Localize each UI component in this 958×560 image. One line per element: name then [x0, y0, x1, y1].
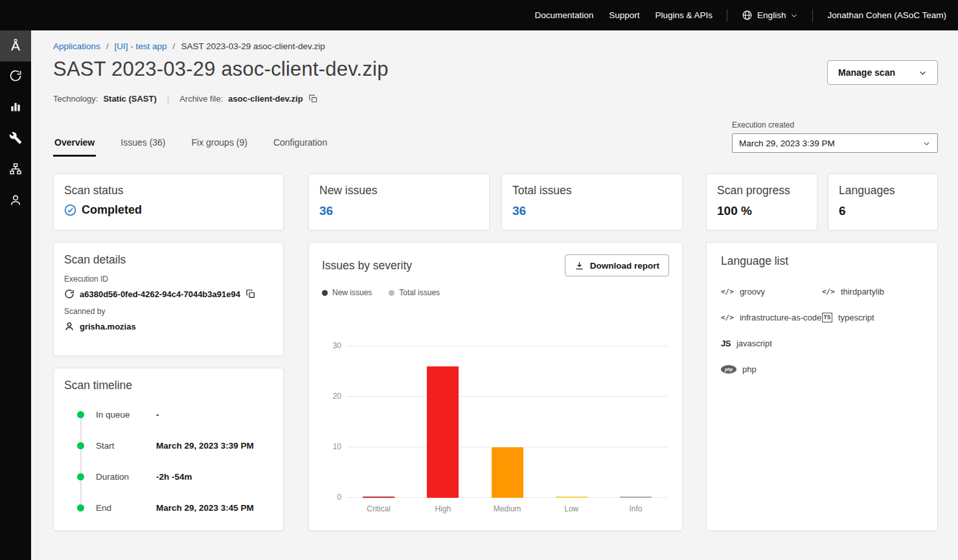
language-item-infrastructure-as-code: </> infrastructure-as-code: [721, 304, 822, 330]
bar-high[interactable]: [427, 366, 459, 498]
language-label: infrastructure-as-code: [740, 313, 821, 322]
code-icon: </>: [822, 287, 835, 296]
total-issues-card: Total issues 36: [501, 174, 683, 230]
tab-label: Overview: [54, 137, 95, 148]
execution-created-value: March 29, 2023 3:39 PM: [739, 139, 835, 148]
wrench-icon: [9, 131, 22, 147]
scan-progress-value: 100 %: [717, 204, 806, 218]
timeline-value: -: [156, 410, 159, 420]
y-axis-tick-label: 0: [323, 493, 341, 502]
scan-details-card: Scan details Execution ID a6380d56-0fed-…: [53, 242, 284, 356]
bar-low[interactable]: [556, 497, 587, 498]
timeline-label: In queue: [96, 410, 156, 420]
sidebar-item-applications[interactable]: Å: [0, 30, 31, 62]
tab-fix-groups[interactable]: Fix groups (9): [190, 131, 249, 157]
languages-value: 6: [839, 204, 927, 218]
breadcrumb-applications[interactable]: Applications: [53, 41, 100, 51]
chevron-down-icon: [922, 139, 931, 148]
bar-slot-high: [411, 346, 475, 498]
sidebar-item-sitemap[interactable]: [0, 155, 31, 186]
x-axis-tick-label: Low: [540, 504, 604, 513]
main-content: Applications / [UI] - test app / SAST 20…: [31, 30, 958, 544]
bar-critical[interactable]: [363, 497, 394, 498]
x-axis-tick-label: High: [411, 504, 475, 513]
legend-new-issues[interactable]: New issues: [322, 288, 372, 297]
tab-label: Issues: [120, 137, 146, 148]
globe-icon: [742, 10, 753, 21]
card-title: Language list: [721, 254, 923, 268]
timeline-dot: [77, 504, 84, 511]
timeline-row-start: Start March 29, 2023 3:39 PM: [64, 430, 273, 461]
download-report-label: Download report: [590, 261, 659, 271]
topbar-link-documentation[interactable]: Documentation: [534, 10, 593, 20]
timeline-dot: [77, 411, 84, 418]
tab-overview[interactable]: Overview: [53, 131, 96, 157]
language-list-card: Language list </> groovy </> infrastruct…: [706, 242, 938, 531]
card-title: Total issues: [512, 184, 672, 197]
scan-status-card: Scan status Completed: [53, 174, 284, 230]
timeline-value: -2h -54m: [156, 472, 192, 482]
sidebar-item-user[interactable]: [0, 186, 31, 217]
card-title: Scan status: [64, 184, 273, 197]
appscan-logo: Å: [11, 38, 20, 54]
timeline-dot: [77, 473, 84, 480]
bar-slot-low: [540, 346, 604, 498]
card-title: Languages: [839, 184, 927, 197]
new-issues-value[interactable]: 36: [319, 204, 479, 218]
breadcrumb: Applications / [UI] - test app / SAST 20…: [53, 41, 938, 51]
bar-medium[interactable]: [492, 447, 523, 498]
timeline-dot: [77, 442, 84, 449]
legend-dot: [389, 290, 394, 296]
breadcrumb-separator: /: [173, 41, 176, 51]
code-icon: </>: [721, 287, 734, 296]
card-title: New issues: [319, 184, 479, 197]
manage-scan-button[interactable]: Manage scan: [827, 60, 938, 85]
bar-slot-critical: [347, 346, 411, 498]
y-axis-tick-label: 10: [323, 442, 341, 451]
top-bar: Documentation Support Plugins & APIs Eng…: [0, 0, 958, 30]
language-item-php: php php: [721, 356, 822, 382]
copy-icon[interactable]: [308, 94, 318, 104]
bar-info[interactable]: [620, 497, 652, 498]
language-label: groovy: [740, 287, 765, 297]
chart-x-axis-labels: CriticalHighMediumLowInfo: [347, 504, 668, 513]
topbar-divider: [812, 9, 813, 22]
topbar-link-support[interactable]: Support: [609, 10, 639, 20]
user-menu[interactable]: Jonathan Cohen (ASoC Team): [827, 10, 946, 20]
total-issues-value[interactable]: 36: [512, 204, 672, 218]
language-label: English: [757, 10, 786, 20]
execution-created-select[interactable]: March 29, 2023 3:39 PM: [732, 133, 938, 153]
sidebar-item-tools[interactable]: [0, 124, 31, 155]
chevron-down-icon: [790, 12, 798, 19]
tab-configuration[interactable]: Configuration: [272, 131, 328, 157]
bar-slot-info: [604, 346, 668, 498]
meta-divider: |: [167, 94, 169, 104]
language-label: thirdpartylib: [841, 287, 884, 297]
x-axis-tick-label: Medium: [475, 504, 539, 513]
execution-id-value: a6380d56-0fed-4262-94c4-7044b3a91e94: [80, 289, 240, 299]
language-switcher[interactable]: English: [742, 10, 798, 21]
legend-total-issues[interactable]: Total issues: [389, 288, 440, 297]
sidebar-item-dashboard[interactable]: [0, 93, 31, 124]
manage-scan-label: Manage scan: [838, 67, 895, 78]
bar-slot-medium: [475, 346, 539, 498]
timeline-row-in-queue: In queue -: [64, 399, 273, 430]
bar-chart-icon: [9, 100, 22, 116]
timeline: In queue - Start March 29, 2023 3:39 PM …: [64, 399, 273, 523]
download-report-button[interactable]: Download report: [565, 254, 669, 276]
sidebar-item-scans[interactable]: [0, 62, 31, 93]
chevron-down-icon: [918, 69, 927, 77]
php-icon: php: [721, 365, 736, 374]
js-icon: JS: [721, 339, 731, 348]
topbar-link-plugins-apis[interactable]: Plugins & APIs: [656, 10, 713, 20]
scanned-by-value: grisha.mozias: [80, 322, 136, 331]
topbar-divider: [727, 9, 727, 22]
breadcrumb-test-app[interactable]: [UI] - test app: [115, 41, 167, 51]
tab-count: (36): [150, 137, 166, 148]
archive-file-value: asoc-client-dev.zip: [228, 94, 302, 104]
tab-issues[interactable]: Issues (36): [119, 131, 166, 157]
card-title: Issues by severity: [322, 259, 412, 273]
copy-icon[interactable]: [245, 289, 256, 299]
chart-legend: New issues Total issues: [322, 288, 669, 297]
page-title: SAST 2023-03-29 asoc-client-dev.zip: [53, 58, 389, 81]
